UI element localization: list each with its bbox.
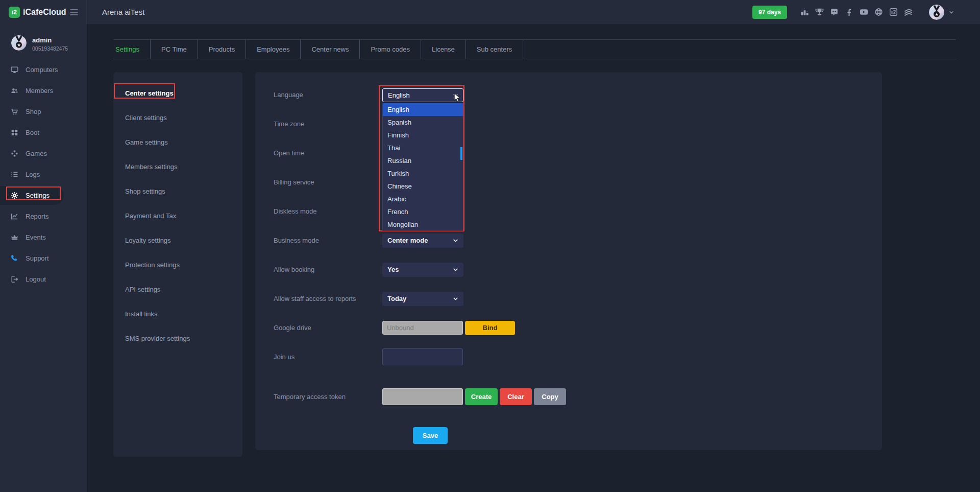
copy-button[interactable]: Copy [534,388,566,405]
tab-products[interactable]: Products [198,40,246,59]
sidebar-item-label: Boot [26,129,39,136]
tab-employees[interactable]: Employees [246,40,301,59]
allow-staff-access-to-reports-select[interactable]: Today [382,292,463,306]
form-row-diskless-mode: Diskless mode [255,197,882,226]
allow-booking-select[interactable]: Yes [382,263,463,277]
chevron-down-icon [452,237,459,244]
language-select[interactable]: English [382,88,463,102]
create-button[interactable]: Create [465,388,498,405]
logout-icon [10,275,19,284]
allow-staff-access-to-reports-select-value: Today [387,295,406,302]
temporary-access-token-input[interactable] [382,388,463,405]
field-label-open-time: Open time [274,149,382,157]
sidebar-item-boot[interactable]: Boot [0,122,87,143]
dropdown-scrollbar-thumb[interactable] [460,147,462,160]
sidebar-item-reports[interactable]: Reports [0,206,87,227]
settings-nav-label: Protection settings [125,261,180,269]
dropdown-option-mongolian[interactable]: Mongolian [383,218,463,231]
business-mode-select-value: Center mode [387,237,428,244]
settings-nav-label: Shop settings [125,188,165,195]
dropdown-option-thai[interactable]: Thai [383,142,463,154]
hamburger-menu-icon[interactable] [69,7,79,17]
sidebar-item-shop[interactable]: Shop [0,101,87,122]
brand-name: iCafeCloud [23,8,66,17]
facebook-icon[interactable] [842,6,856,18]
sidebar-item-logs[interactable]: Logs [0,164,87,185]
trophy-icon[interactable] [812,6,827,18]
sidebar-item-label: Computers [26,66,58,74]
tab-license[interactable]: License [421,40,466,59]
sidebar-item-computers[interactable]: Computers [0,59,87,80]
shop-icon [10,107,19,116]
settings-nav-item-client-settings[interactable]: Client settings [113,105,242,130]
settings-nav-item-install-links[interactable]: Install links [113,301,242,326]
tab-settings[interactable]: Settings [113,40,151,59]
page-title: Arena aiTest [102,8,144,16]
profile-user-id: 005193482475 [32,45,68,52]
field-label-business-mode: Business mode [274,237,382,244]
settings-nav-item-center-settings[interactable]: Center settings [113,81,242,105]
join-us-input[interactable] [382,348,463,365]
license-days-badge[interactable]: 97 days [752,6,787,19]
settings-nav-item-api-settings[interactable]: API settings [113,277,242,301]
dropdown-option-turkish[interactable]: Turkish [383,167,463,180]
tab-promo-codes[interactable]: Promo codes [360,40,421,59]
bind-button[interactable]: Bind [465,321,515,335]
tab-center-news[interactable]: Center news [301,40,360,59]
sidebar-item-games[interactable]: Games [0,143,87,164]
games-icon [10,149,19,158]
svg-text:★: ★ [17,42,21,48]
settings-nav-item-loyalty-settings[interactable]: Loyalty settings [113,228,242,252]
dropdown-option-english[interactable]: English [383,103,463,116]
field-label-allow-staff-access-to-reports: Allow staff access to reports [274,295,382,302]
field-allow-booking: Yes [382,263,463,277]
allow-booking-select-value: Yes [387,266,399,273]
chevron-down-icon[interactable] [948,9,955,16]
logs-icon [10,170,19,179]
dropdown-option-chinese[interactable]: Chinese [383,180,463,193]
computers-icon [10,65,19,74]
globe-icon[interactable] [871,6,886,18]
field-temporary-access-token: CreateClearCopy [382,388,566,405]
settings-nav-item-game-settings[interactable]: Game settings [113,130,242,154]
settings-nav-item-payment-and-tax[interactable]: Payment and Tax [113,203,242,228]
settings-nav-item-protection-settings[interactable]: Protection settings [113,252,242,277]
dropdown-option-spanish[interactable]: Spanish [383,116,463,129]
sidebar-item-settings[interactable]: Settings [0,185,87,206]
youtube-icon[interactable] [856,6,871,18]
dropdown-option-finnish[interactable]: Finnish [383,129,463,142]
ranking-icon[interactable] [797,6,812,18]
save-button[interactable]: Save [413,427,448,444]
sidebar: ★ admin 005193482475 ComputersMembersSho… [0,24,87,492]
dropdown-option-russian[interactable]: Russian [383,154,463,167]
form-row-allow-staff-access-to-reports: Allow staff access to reportsToday [255,284,882,313]
dropdown-option-french[interactable]: French [383,205,463,218]
settings-nav-item-members-settings[interactable]: Members settings [113,154,242,179]
field-google-drive: Bind [382,321,515,335]
form-row-allow-booking: Allow bookingYes [255,255,882,284]
sidebar-item-events[interactable]: Events [0,227,87,248]
profile-username: admin [32,36,68,44]
user-avatar[interactable]: ★ [929,5,944,20]
form-row-join-us: Join us [255,342,882,371]
settings-nav-item-sms-provider-settings[interactable]: SMS provider settings [113,326,242,350]
settings-nav-item-shop-settings[interactable]: Shop settings [113,179,242,203]
business-mode-select[interactable]: Center mode [382,233,463,248]
field-label-google-drive: Google drive [274,324,382,332]
sidebar-item-label: Logout [26,275,46,283]
google-drive-input[interactable] [382,321,463,335]
field-business-mode: Center mode [382,233,463,248]
discord-icon[interactable] [827,6,842,18]
sidebar-item-label: Events [26,233,46,241]
sidebar-item-members[interactable]: Members [0,80,87,101]
icafecloud-icon[interactable] [886,6,901,18]
sidebar-item-support[interactable]: Support [0,248,87,269]
tab-pc-time[interactable]: PC Time [151,40,198,59]
dropdown-option-arabic[interactable]: Arabic [383,193,463,205]
clear-button[interactable]: Clear [500,388,532,405]
field-label-diskless-mode: Diskless mode [274,207,382,215]
layers-icon[interactable] [901,6,916,18]
user-profile[interactable]: ★ admin 005193482475 [0,24,87,52]
tab-sub-centers[interactable]: Sub centers [466,40,523,59]
sidebar-item-logout[interactable]: Logout [0,269,87,290]
